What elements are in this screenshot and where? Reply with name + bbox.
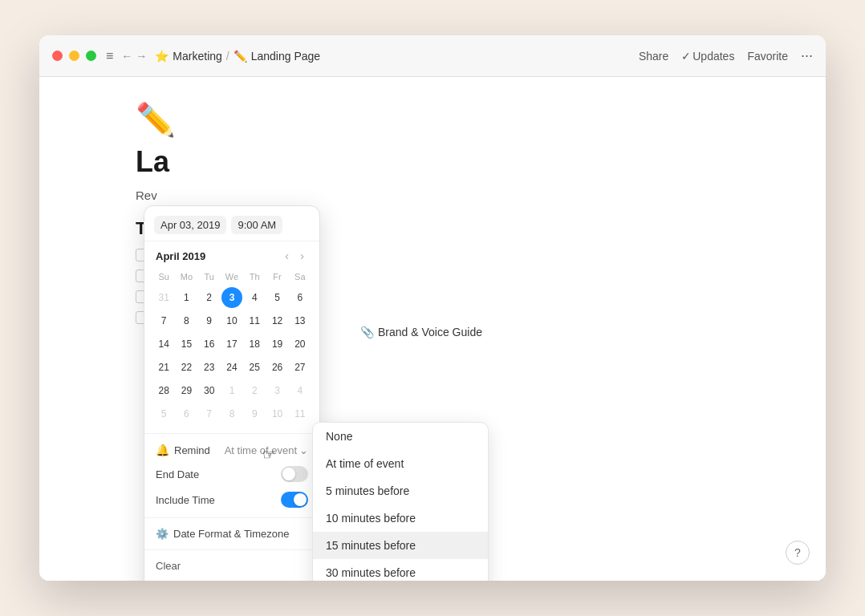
remind-option-none[interactable]: None [313,423,488,450]
cal-day[interactable]: 5 [153,403,174,424]
remind-option-at-time[interactable]: At time of event [313,450,488,477]
calendar-month-label: April 2019 [156,250,205,262]
cal-day[interactable]: 12 [267,310,288,331]
cal-day[interactable]: 2 [244,380,265,401]
time-input[interactable]: 9:00 AM [231,216,282,234]
cal-day[interactable]: 25 [244,357,265,378]
cal-day[interactable]: 16 [199,334,220,355]
cal-day[interactable]: 18 [244,334,265,355]
include-time-label: Include Time [156,494,215,506]
cal-day[interactable]: 11 [290,403,311,424]
page-emoji: ✏️ [136,101,729,139]
cal-day[interactable]: 21 [153,357,174,378]
cal-day[interactable]: 7 [199,403,220,424]
breadcrumb-page[interactable]: Landing Page [251,50,320,63]
cal-day[interactable]: 2 [199,287,220,308]
cal-day[interactable]: 22 [176,357,197,378]
divider [144,517,319,518]
close-button[interactable] [52,51,63,61]
day-sa: Sa [289,270,311,283]
day-mo: Mo [175,270,197,283]
maximize-button[interactable] [86,51,96,61]
cal-day[interactable]: 30 [199,380,220,401]
cal-day[interactable]: 31 [153,287,174,308]
remind-option-15min[interactable]: 15 minutes before [313,532,488,559]
forward-arrow[interactable]: → [136,50,147,63]
cal-day[interactable]: 1 [221,380,242,401]
end-date-row: End Date [144,461,319,487]
cal-day[interactable]: 15 [176,334,197,355]
cal-day[interactable]: 26 [267,357,288,378]
cal-day[interactable]: 24 [221,357,242,378]
minimize-button[interactable] [69,51,79,61]
cal-day[interactable]: 27 [290,357,311,378]
more-button[interactable]: ··· [801,47,813,64]
cal-day[interactable]: 14 [153,334,174,355]
day-we: We [221,270,243,283]
divider [144,433,319,434]
breadcrumb-marketing[interactable]: Marketing [173,50,221,63]
cal-day[interactable]: 8 [221,403,242,424]
cal-day[interactable]: 8 [176,310,197,331]
date-input[interactable]: Apr 03, 2019 [154,216,226,234]
remind-label: Remind [174,444,210,456]
traffic-lights [52,51,96,61]
remind-option-30min[interactable]: 30 minutes before [313,559,488,581]
cal-day[interactable]: 11 [244,310,265,331]
remind-option-10min[interactable]: 10 minutes before [313,505,488,532]
remind-row: 🔔 Remind At time of event ⌄ [144,439,319,461]
cal-day[interactable]: 13 [290,310,311,331]
cal-day[interactable]: 1 [176,287,197,308]
cal-day[interactable]: 28 [153,380,174,401]
brand-icon: 📎 [360,326,374,338]
date-picker-popup: Apr 03, 2019 9:00 AM April 2019 ‹ › Su M… [144,205,320,581]
cal-day-selected[interactable]: 3 [221,287,242,308]
cal-day[interactable]: 20 [290,334,311,355]
cal-day[interactable]: 3 [267,380,288,401]
cal-day[interactable]: 4 [290,380,311,401]
cal-day[interactable]: 17 [221,334,242,355]
help-button[interactable]: ? [786,541,810,565]
cal-day[interactable]: 23 [199,357,220,378]
cal-day[interactable]: 4 [244,287,265,308]
next-month-button[interactable]: › [296,248,308,264]
page-title: La [136,145,729,179]
menu-icon[interactable]: ≡ [106,49,113,63]
date-format-row[interactable]: ⚙️ Date Format & Timezone [144,523,319,545]
remind-option-5min[interactable]: 5 minutes before [313,477,488,505]
calendar-nav: ‹ › [281,248,308,264]
clear-button[interactable]: Clear [144,555,319,577]
remind-value-text: At time of event [225,444,297,456]
remind-label-group: 🔔 Remind [156,444,210,456]
prev-month-button[interactable]: ‹ [281,248,293,264]
cal-day[interactable]: 6 [176,403,197,424]
cal-day[interactable]: 6 [290,287,311,308]
remind-value[interactable]: At time of event ⌄ [225,444,308,456]
end-date-toggle[interactable] [281,466,308,482]
cal-day[interactable]: 29 [176,380,197,401]
toggle-knob [294,493,307,506]
cal-day[interactable]: 19 [267,334,288,355]
review-text: Rev [136,188,729,202]
remind-dropdown: None At time of event 5 minutes before 1… [312,422,489,581]
date-format-label: Date Format & Timezone [173,528,290,540]
cal-day[interactable]: 9 [244,403,265,424]
breadcrumb: ⭐ Marketing / ✏️ Landing Page [155,50,320,63]
cal-day[interactable]: 10 [267,403,288,424]
cal-days-header: Su Mo Tu We Th Fr Sa [152,270,311,283]
share-button[interactable]: Share [639,50,668,63]
content-area: ✏️ La Rev To 📎 Brand & [39,77,826,581]
brand-link[interactable]: 📎 Brand & Voice Guide [360,326,482,338]
favorite-button[interactable]: Favorite [747,50,788,63]
cal-day[interactable]: 10 [221,310,242,331]
include-time-toggle[interactable] [281,492,308,508]
cal-day[interactable]: 9 [199,310,220,331]
back-arrow[interactable]: ← [121,50,132,63]
day-su: Su [152,270,175,283]
updates-button[interactable]: ✓Updates [681,50,734,63]
cal-day[interactable]: 7 [153,310,174,331]
toggle-knob [282,468,295,480]
cal-day[interactable]: 5 [267,287,288,308]
gear-icon: ⚙️ [156,528,169,540]
day-tu: Tu [198,270,221,283]
